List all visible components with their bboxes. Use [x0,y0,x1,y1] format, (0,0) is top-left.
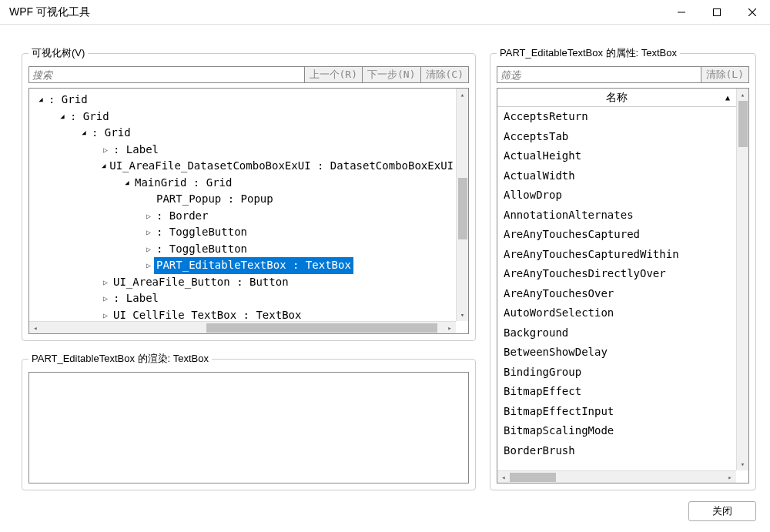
scroll-left-icon[interactable]: ◂ [29,322,42,333]
property-row[interactable]: AreAnyTouchesOver [497,284,736,304]
tree-row[interactable]: ▷ : Label [29,290,456,307]
tree-node-label[interactable]: : ToggleButton [154,241,249,258]
tree-collapse-icon[interactable]: ▷ [100,274,111,291]
property-row[interactable]: AreAnyTouchesDirectlyOver [497,264,736,284]
tree-node-label[interactable]: : Border [154,208,210,225]
property-name: AnnotationAlternates [504,206,704,226]
tree-row[interactable]: ▷ : ToggleButton [29,224,456,241]
property-row[interactable]: ActualWidth [497,166,736,186]
property-row[interactable]: AcceptsTab [497,127,736,147]
tree-search-input[interactable] [28,66,305,83]
tree-horizontal-scrollbar[interactable]: ◂ ▸ [29,321,456,333]
tree-row[interactable]: ▷ : ToggleButton [29,241,456,258]
tree-collapse-icon[interactable]: ▷ [143,208,154,225]
tree-node-label[interactable]: : Grid [68,109,112,125]
tree-row[interactable]: ◢ : Grid [29,125,456,142]
tree-node-label[interactable]: : Label [111,290,161,307]
close-button[interactable]: 关闭 [688,501,756,521]
property-row[interactable]: BitmapEffectInput [497,402,736,422]
next-button[interactable]: 下一步(N) [362,66,420,83]
scroll-left-icon[interactable]: ◂ [497,471,510,483]
property-row[interactable]: AreAnyTouchesCaptured [497,225,736,245]
property-row[interactable]: BorderBrush [497,441,736,461]
tree-expand-icon[interactable]: ◢ [35,92,46,109]
tree-vertical-scrollbar[interactable]: ▴ ▾ [456,89,468,321]
tree-row[interactable]: ▷ : Border [29,208,456,225]
tree-expand-icon[interactable]: ◢ [100,158,107,175]
tree-expand-icon[interactable]: ◢ [122,175,132,192]
tree-row[interactable]: ◢UI_AreaFile_DatasetComboBoxExUI : Datas… [29,158,456,175]
tree-collapse-icon[interactable]: ▷ [100,307,111,322]
properties-header-label: 名称 [606,91,628,105]
scroll-thumb[interactable] [206,323,437,333]
properties-header[interactable]: 名称 ▲ [497,89,736,107]
window-controls [664,0,770,25]
tree-node-label[interactable]: PART_EditableTextBox : TextBox [154,257,353,274]
property-name: ActualWidth [504,166,704,186]
props-horizontal-scrollbar[interactable]: ◂ ▸ [497,470,736,483]
tree-node-label[interactable]: UI_AreaFile_DatasetComboBoxExUI : Datase… [107,158,456,175]
tree-search-row: 上一个(R) 下一步(N) 清除(C) [28,66,469,83]
props-vertical-scrollbar[interactable]: ▴ ▾ [736,89,748,470]
scroll-down-icon[interactable]: ▾ [457,309,468,321]
clear-button[interactable]: 清除(C) [420,66,469,83]
property-name: AreAnyTouchesCapturedWithin [504,245,704,265]
tree-row[interactable]: ▷UI_AreaFile_Button : Button [29,274,456,291]
property-row[interactable]: BitmapEffect [497,382,736,402]
scroll-thumb[interactable] [510,473,556,482]
properties-grid: 名称 ▲ AcceptsReturnAcceptsTabActualHeight… [497,88,749,483]
property-row[interactable]: BindingGroup [497,363,736,383]
scroll-thumb[interactable] [458,178,467,239]
tree-collapse-icon[interactable]: ▷ [143,241,154,258]
tree-row[interactable]: PART_Popup : Popup [29,191,456,208]
tree-node-label[interactable]: MainGrid : Grid [132,175,234,192]
tree-row[interactable]: ◢ : Grid [29,109,456,125]
maximize-button[interactable] [699,0,735,25]
property-row[interactable]: ActualHeight [497,146,736,166]
property-row[interactable]: AreAnyTouchesCapturedWithin [497,245,736,265]
filter-clear-button[interactable]: 清除(L) [701,66,749,83]
tree-collapse-icon[interactable]: ▷ [100,142,111,159]
scroll-thumb[interactable] [738,101,748,147]
scroll-up-icon[interactable]: ▴ [737,89,748,101]
tree-node-label[interactable]: : ToggleButton [154,224,249,241]
scroll-up-icon[interactable]: ▴ [457,89,468,101]
maximize-icon [713,8,721,16]
property-name: AreAnyTouchesCaptured [504,225,704,245]
tree-collapse-icon[interactable]: ▷ [143,224,154,241]
property-row[interactable]: Background [497,323,736,343]
property-row[interactable]: AllowDrop [497,186,736,206]
tree-row[interactable]: ◢MainGrid : Grid [29,175,456,192]
sort-asc-icon: ▲ [725,93,730,102]
properties-list[interactable]: AcceptsReturnAcceptsTabActualHeightActua… [497,107,736,470]
property-row[interactable]: AutoWordSelection [497,303,736,323]
property-row[interactable]: AnnotationAlternates [497,206,736,226]
tree-node-label[interactable]: UI_AreaFile_Button : Button [111,274,291,291]
scroll-down-icon[interactable]: ▾ [737,458,748,470]
scroll-right-icon[interactable]: ▸ [724,471,736,483]
property-row[interactable]: BetweenShowDelay [497,343,736,363]
tree-row[interactable]: ◢ : Grid [29,92,456,109]
tree-collapse-icon[interactable]: ▷ [100,290,111,307]
tree-collapse-icon[interactable]: ▷ [143,257,154,274]
tree-node-label[interactable]: : Grid [89,125,133,142]
tree-row[interactable]: ▷PART_EditableTextBox : TextBox [29,257,456,274]
tree-expand-icon[interactable]: ◢ [57,109,68,125]
right-column: PART_EditableTextBox 的属性: TextBox 清除(L) … [490,46,756,490]
prev-button[interactable]: 上一个(R) [304,66,363,83]
property-row[interactable]: AcceptsReturn [497,107,736,127]
properties-group: PART_EditableTextBox 的属性: TextBox 清除(L) … [490,46,756,490]
tree-expand-icon[interactable]: ◢ [79,125,89,142]
tree-node-label[interactable]: UI_CellFile_TextBox : TextBox [111,307,303,322]
minimize-button[interactable] [664,0,699,25]
tree-node-label[interactable]: : Grid [46,92,90,109]
tree-row[interactable]: ▷UI_CellFile_TextBox : TextBox [29,307,456,322]
tree-row[interactable]: ▷ : Label [29,142,456,159]
property-row[interactable]: BitmapScalingMode [497,421,736,441]
tree-content[interactable]: ◢ : Grid◢ : Grid◢ : Grid▷ : Label◢UI_Are… [29,89,456,321]
close-window-button[interactable] [735,0,770,25]
tree-node-label[interactable]: : Label [111,142,161,159]
scroll-right-icon[interactable]: ▸ [444,322,456,333]
tree-node-label[interactable]: PART_Popup : Popup [154,191,276,208]
filter-input[interactable] [497,66,701,83]
